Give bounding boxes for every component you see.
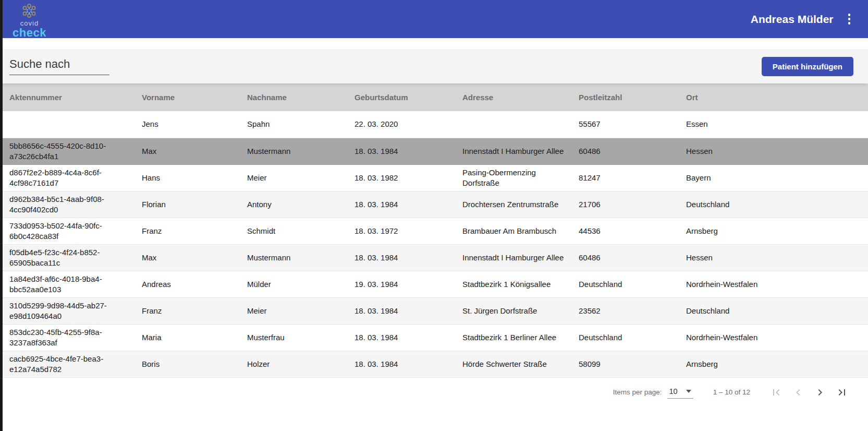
cell-nachname: Mustermann bbox=[247, 244, 354, 271]
cell-aktennummer: 5bb8656c-4555-420c-8d10-a73c26cb4fa1 bbox=[0, 138, 142, 164]
table-row[interactable]: d962b384-b5c1-4aab-9f08-4cc90f402cd0 Flo… bbox=[0, 191, 868, 218]
cell-nachname: Meier bbox=[247, 297, 354, 324]
cell-geburtsdatum: 18. 03. 1984 bbox=[354, 191, 462, 218]
cell-postleitzahl: 44536 bbox=[579, 218, 686, 244]
paginator: Items per page: 10 1 – 10 of 12 bbox=[613, 386, 848, 399]
cell-geburtsdatum: 18. 03. 1984 bbox=[354, 351, 462, 377]
cell-geburtsdatum: 19. 03. 1984 bbox=[354, 271, 462, 297]
column-header-nachname[interactable]: Nachname bbox=[247, 83, 354, 111]
more-vert-icon[interactable] bbox=[844, 10, 855, 28]
cell-nachname: Mustermann bbox=[247, 138, 354, 164]
column-header-postleitzahl[interactable]: Postleitzahl bbox=[579, 83, 686, 111]
table-row[interactable]: 1a84ed3f-af6c-4018-9ba4-bbc52aa0e103 And… bbox=[0, 271, 868, 297]
add-patient-button[interactable]: Patient hinzufügen bbox=[762, 57, 853, 76]
cell-ort: Hessen bbox=[686, 138, 868, 164]
cell-aktennummer: cacb6925-4bce-4fe7-bea3-e12a74a5d782 bbox=[0, 351, 142, 377]
cell-adresse: Pasing-Obermenzing Dorfstraße bbox=[462, 164, 579, 191]
cell-nachname: Schmidt bbox=[247, 218, 354, 244]
header-gap bbox=[0, 38, 868, 49]
chevron-left-icon bbox=[792, 386, 804, 399]
chevron-right-icon[interactable] bbox=[814, 386, 826, 399]
table-row[interactable]: 853dc230-45fb-4255-9f8a-3237a8f363af Mar… bbox=[0, 324, 868, 351]
window-edge-strip bbox=[0, 0, 3, 431]
table-row[interactable]: Jens Spahn 22. 03. 2020 55567 Essen bbox=[0, 111, 868, 138]
table-row[interactable]: 310d5299-9d98-44d5-ab27-e98d109464a0 Fra… bbox=[0, 297, 868, 324]
table-row[interactable]: f05db4e5-f23c-4f24-b852-65905baca11c Max… bbox=[0, 244, 868, 271]
first-page-icon bbox=[770, 386, 783, 399]
cell-nachname: Mülder bbox=[247, 271, 354, 297]
logged-in-user-name: Andreas Mülder bbox=[751, 13, 834, 26]
column-header-adresse[interactable]: Adresse bbox=[462, 83, 579, 111]
toolbar: Patient hinzufügen bbox=[0, 49, 868, 83]
cell-adresse: Stadtbezirk 1 Königsallee bbox=[462, 271, 579, 297]
column-header-ort[interactable]: Ort bbox=[686, 83, 868, 111]
cell-postleitzahl: Deutschland bbox=[579, 271, 686, 297]
virus-logo-icon bbox=[20, 3, 39, 20]
last-page-icon[interactable] bbox=[836, 386, 848, 399]
cell-ort: Deutschland bbox=[686, 297, 868, 324]
cell-adresse: St. Jürgen Dorfstraße bbox=[462, 297, 579, 324]
cell-adresse: Drochtersen Zentrumstraße bbox=[462, 191, 579, 218]
covidcheck-logo[interactable]: covid check bbox=[13, 3, 46, 39]
cell-adresse: Hörde Schwerter Straße bbox=[462, 351, 579, 377]
table-header-row: Aktennummer Vorname Nachname Geburtsdatu… bbox=[0, 83, 868, 111]
page-range-label: 1 – 10 of 12 bbox=[713, 388, 750, 396]
cell-vorname: Maria bbox=[142, 324, 247, 351]
cell-ort: Deutschland bbox=[686, 191, 868, 218]
cell-nachname: Meier bbox=[247, 164, 354, 191]
column-header-aktennummer[interactable]: Aktennummer bbox=[0, 83, 142, 111]
cell-vorname: Florian bbox=[142, 191, 247, 218]
dropdown-arrow-icon bbox=[686, 390, 691, 393]
column-header-vorname[interactable]: Vorname bbox=[142, 83, 247, 111]
table-row[interactable]: d867f2e2-b889-4c4a-8c6f-4cf98c7161d7 Han… bbox=[0, 164, 868, 191]
cell-aktennummer: d867f2e2-b889-4c4a-8c6f-4cf98c7161d7 bbox=[0, 164, 142, 191]
table-footer: Items per page: 10 1 – 10 of 12 bbox=[0, 378, 868, 431]
cell-aktennummer: d962b384-b5c1-4aab-9f08-4cc90f402cd0 bbox=[0, 191, 142, 218]
cell-aktennummer: 1a84ed3f-af6c-4018-9ba4-bbc52aa0e103 bbox=[0, 271, 142, 297]
cell-ort: Nordrhein-Westfalen bbox=[686, 324, 868, 351]
cell-ort: Essen bbox=[686, 111, 868, 138]
cell-adresse bbox=[462, 111, 579, 138]
cell-postleitzahl: 58099 bbox=[579, 351, 686, 377]
cell-geburtsdatum: 18. 03. 1972 bbox=[354, 218, 462, 244]
cell-aktennummer: 853dc230-45fb-4255-9f8a-3237a8f363af bbox=[0, 324, 142, 351]
cell-vorname: Andreas bbox=[142, 271, 247, 297]
cell-nachname: Spahn bbox=[247, 111, 354, 138]
cell-geburtsdatum: 18. 03. 1984 bbox=[354, 244, 462, 271]
cell-aktennummer: 310d5299-9d98-44d5-ab27-e98d109464a0 bbox=[0, 297, 142, 324]
table-row[interactable]: cacb6925-4bce-4fe7-bea3-e12a74a5d782 Bor… bbox=[0, 351, 868, 377]
patients-table: Aktennummer Vorname Nachname Geburtsdatu… bbox=[0, 83, 868, 378]
cell-geburtsdatum: 18. 03. 1984 bbox=[354, 324, 462, 351]
logo-text-check: check bbox=[13, 27, 46, 39]
cell-postleitzahl: 60486 bbox=[579, 138, 686, 164]
cell-geburtsdatum: 18. 03. 1984 bbox=[354, 297, 462, 324]
cell-vorname: Hans bbox=[142, 164, 247, 191]
column-header-geburtsdatum[interactable]: Geburtsdatum bbox=[354, 83, 462, 111]
cell-geburtsdatum: 18. 03. 1982 bbox=[354, 164, 462, 191]
table-row-selected[interactable]: 5bb8656c-4555-420c-8d10-a73c26cb4fa1 Max… bbox=[0, 138, 868, 164]
cell-vorname: Franz bbox=[142, 297, 247, 324]
search-input[interactable] bbox=[9, 57, 109, 75]
app-header: covid check Andreas Mülder bbox=[0, 0, 868, 38]
cell-ort: Arnsberg bbox=[686, 218, 868, 244]
cell-ort: Hessen bbox=[686, 244, 868, 271]
cell-vorname: Max bbox=[142, 244, 247, 271]
cell-aktennummer: f05db4e5-f23c-4f24-b852-65905baca11c bbox=[0, 244, 142, 271]
cell-geburtsdatum: 18. 03. 1984 bbox=[354, 138, 462, 164]
cell-ort: Arnsberg bbox=[686, 351, 868, 377]
items-per-page-label: Items per page: bbox=[613, 388, 662, 396]
cell-vorname: Boris bbox=[142, 351, 247, 377]
table-body: Jens Spahn 22. 03. 2020 55567 Essen 5bb8… bbox=[0, 111, 868, 377]
table-row[interactable]: 733d0953-b502-44fa-90fc-6b0c428ca83f Fra… bbox=[0, 218, 868, 244]
cell-postleitzahl: 21706 bbox=[579, 191, 686, 218]
cell-vorname: Franz bbox=[142, 218, 247, 244]
cell-postleitzahl: Deutschland bbox=[579, 324, 686, 351]
cell-postleitzahl: 55567 bbox=[579, 111, 686, 138]
cell-vorname: Jens bbox=[142, 111, 247, 138]
cell-adresse: Innenstadt I Hamburger Allee bbox=[462, 244, 579, 271]
items-per-page-value: 10 bbox=[669, 387, 678, 396]
items-per-page-select[interactable]: 10 bbox=[667, 386, 693, 399]
cell-adresse: Brambauer Am Brambusch bbox=[462, 218, 579, 244]
cell-aktennummer: 733d0953-b502-44fa-90fc-6b0c428ca83f bbox=[0, 218, 142, 244]
cell-nachname: Holzer bbox=[247, 351, 354, 377]
